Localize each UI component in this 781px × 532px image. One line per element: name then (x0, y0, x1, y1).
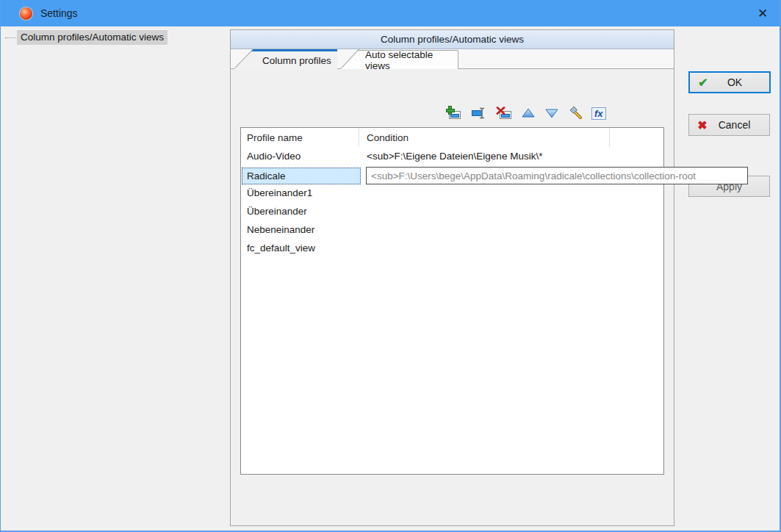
fx-icon[interactable]: fx (591, 105, 606, 121)
main-panel: Column profiles/Automatic views Column p… (230, 29, 674, 526)
sidebar-item-label: Column profiles/Automatic views (17, 30, 168, 45)
tab-label: Column profiles (262, 55, 331, 66)
profiles-toolbar: fx (445, 105, 606, 121)
condition-edit-field[interactable]: <sub>F:\Users\bege\AppData\Roaming\radic… (366, 167, 748, 184)
cancel-button[interactable]: ✖ Cancel (688, 114, 770, 136)
tab-auto-selectable-views[interactable]: Auto selectable views (341, 50, 458, 69)
cross-icon: ✖ (689, 118, 716, 132)
tree-branch-line (5, 37, 15, 38)
delete-profile-icon[interactable] (495, 105, 512, 121)
table-row[interactable]: fc_default_view (241, 239, 663, 257)
table-row[interactable]: Übereinander (241, 202, 663, 220)
tabbar: Column profiles Auto selectable views (231, 49, 674, 69)
add-profile-icon[interactable] (445, 105, 461, 121)
rename-profile-icon[interactable] (470, 105, 486, 121)
move-down-icon[interactable] (544, 105, 559, 121)
ok-button[interactable]: ✔ OK (688, 71, 771, 93)
settings-window: Settings ✕ Column profiles/Automatic vie… (0, 0, 781, 532)
column-header-profile-name[interactable]: Profile name (241, 128, 359, 147)
profile-name-edit-field[interactable]: Radicale (242, 168, 361, 184)
panel-title: Column profiles/Automatic views (231, 30, 674, 49)
tools-icon[interactable] (568, 105, 583, 121)
window-title: Settings (40, 7, 78, 19)
column-header-condition[interactable]: Condition (359, 128, 610, 147)
close-icon[interactable]: ✕ (752, 3, 774, 24)
titlebar: Settings ✕ (1, 0, 780, 26)
table-row[interactable]: Audio-Video <sub>F:\Eigene Dateien\Eigen… (241, 147, 663, 165)
table-row[interactable]: Nebeneinander (241, 220, 663, 239)
settings-tree: Column profiles/Automatic views (1, 26, 230, 531)
app-logo-icon (20, 7, 32, 20)
column-header-empty[interactable] (610, 128, 663, 147)
tab-label: Auto selectable views (365, 49, 458, 71)
table-header: Profile name Condition (241, 128, 663, 147)
table-row[interactable]: Übereinander1 (241, 184, 663, 202)
check-icon: ✔ (690, 76, 716, 90)
move-up-icon[interactable] (521, 105, 536, 121)
sidebar-item-column-profiles[interactable]: Column profiles/Automatic views (1, 30, 230, 45)
